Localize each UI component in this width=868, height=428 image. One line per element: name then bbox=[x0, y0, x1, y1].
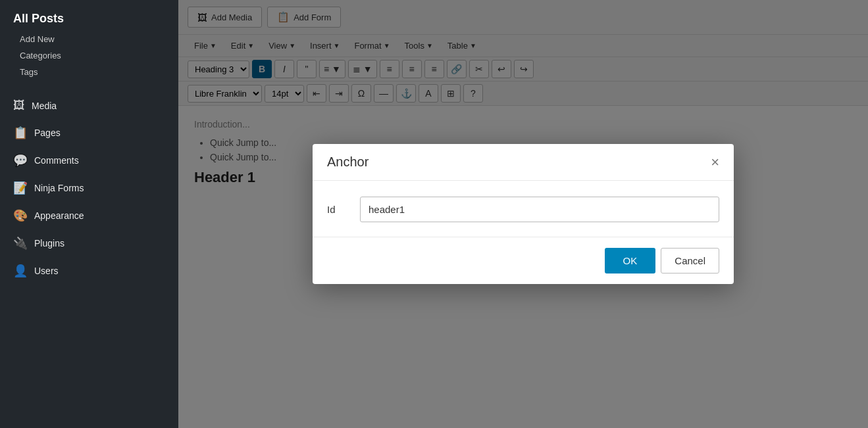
modal-body: Id bbox=[313, 181, 734, 237]
cancel-button[interactable]: Cancel bbox=[661, 248, 719, 273]
ok-button[interactable]: OK bbox=[605, 248, 656, 273]
comments-icon: 💬 bbox=[13, 153, 28, 168]
sidebar-item-media[interactable]: 🖼 Media bbox=[0, 92, 178, 119]
sidebar-item-categories[interactable]: Categories bbox=[0, 47, 178, 64]
appearance-icon: 🎨 bbox=[13, 208, 28, 223]
sidebar: All Posts Add New Categories Tags 🖼 Medi… bbox=[0, 0, 178, 428]
sidebar-item-comments[interactable]: 💬 Comments bbox=[0, 147, 178, 174]
users-icon: 👤 bbox=[13, 264, 28, 278]
sidebar-item-ninja-forms[interactable]: 📝 Ninja Forms bbox=[0, 174, 178, 202]
modal-field-label: Id bbox=[327, 204, 347, 215]
sidebar-title: All Posts bbox=[0, 0, 178, 31]
plugins-icon: 🔌 bbox=[13, 236, 28, 250]
anchor-id-input[interactable] bbox=[360, 197, 719, 222]
sidebar-item-plugins[interactable]: 🔌 Plugins bbox=[0, 229, 178, 257]
main-area: 🖼 Add Media 📋 Add Form File ▼ Edit ▼ Vie… bbox=[178, 0, 868, 428]
modal-close-button[interactable]: × bbox=[711, 155, 719, 170]
sidebar-item-tags[interactable]: Tags bbox=[0, 64, 178, 80]
modal-header: Anchor × bbox=[313, 144, 734, 181]
modal-overlay: Anchor × Id OK Cancel bbox=[178, 0, 868, 428]
modal-footer: OK Cancel bbox=[313, 237, 734, 284]
sidebar-item-users[interactable]: 👤 Users bbox=[0, 257, 178, 285]
modal-title: Anchor bbox=[327, 155, 369, 170]
ninja-forms-icon: 📝 bbox=[13, 181, 28, 195]
sidebar-item-add-new[interactable]: Add New bbox=[0, 31, 178, 47]
anchor-modal: Anchor × Id OK Cancel bbox=[313, 144, 734, 284]
sidebar-item-appearance[interactable]: 🎨 Appearance bbox=[0, 202, 178, 229]
media-icon: 🖼 bbox=[13, 99, 25, 112]
pages-icon: 📋 bbox=[13, 126, 28, 140]
sidebar-item-pages[interactable]: 📋 Pages bbox=[0, 119, 178, 147]
